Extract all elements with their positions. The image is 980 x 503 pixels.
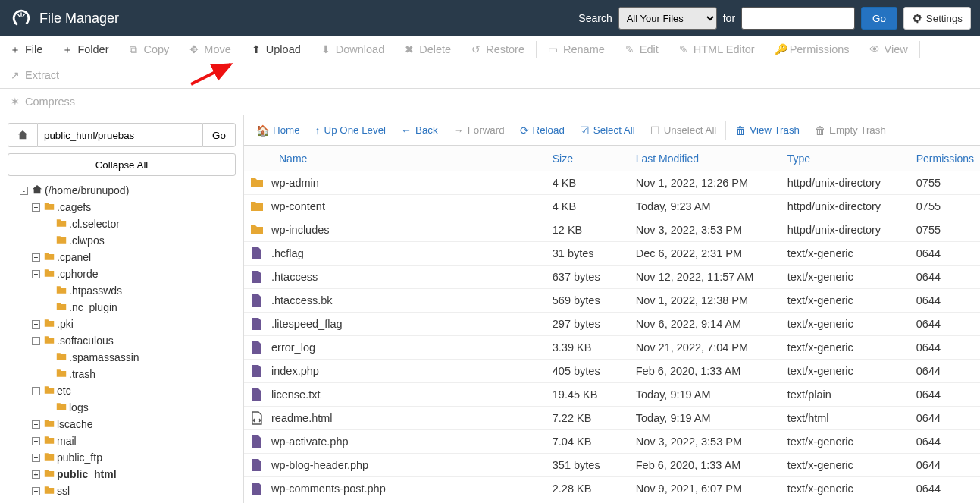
tree-item[interactable]: +.cpanel bbox=[9, 249, 236, 266]
table-row[interactable]: error_log3.39 KBNov 21, 2022, 7:04 PMtex… bbox=[244, 336, 980, 360]
nav-back-button[interactable]: ←Back bbox=[393, 115, 446, 146]
table-row[interactable]: .hcflag31 bytesDec 6, 2022, 2:31 PMtext/… bbox=[244, 242, 980, 266]
view-button[interactable]: 👁View bbox=[859, 36, 918, 62]
new-file-button[interactable]: ＋File bbox=[0, 36, 52, 62]
empty-trash-button[interactable]: 🗑Empty Trash bbox=[807, 115, 894, 146]
table-row[interactable]: .htaccess637 bytesNov 12, 2022, 11:57 AM… bbox=[244, 266, 980, 289]
tree-expander-icon[interactable]: + bbox=[32, 270, 40, 278]
tree-expander-icon[interactable]: + bbox=[32, 454, 40, 462]
edit-button[interactable]: ✎Edit bbox=[615, 36, 668, 62]
tree-expander-icon[interactable]: + bbox=[32, 320, 40, 329]
table-row[interactable]: license.txt19.45 KBToday, 9:19 AMtext/pl… bbox=[244, 383, 980, 407]
table-row[interactable]: index.php405 bytesFeb 6, 2020, 1:33 AMte… bbox=[244, 360, 980, 383]
path-input[interactable] bbox=[38, 123, 202, 147]
tree-item[interactable]: .htpasswds bbox=[9, 282, 236, 299]
table-row[interactable]: wp-admin4 KBNov 1, 2022, 12:26 PMhttpd/u… bbox=[244, 171, 980, 195]
tree-item[interactable]: +.softaculous bbox=[9, 332, 236, 349]
app-logo: File Manager bbox=[11, 8, 119, 29]
search-input[interactable] bbox=[741, 7, 855, 30]
table-row[interactable]: wp-comments-post.php2.28 KBNov 9, 2021, … bbox=[244, 477, 980, 501]
col-header-type[interactable]: Type bbox=[781, 146, 910, 171]
move-button[interactable]: ✥Move bbox=[179, 36, 240, 62]
reload-button[interactable]: ⟳Reload bbox=[512, 115, 572, 146]
svg-point-0 bbox=[11, 8, 32, 29]
tree-expander-icon[interactable]: + bbox=[32, 487, 40, 495]
view-trash-button[interactable]: 🗑View Trash bbox=[728, 115, 807, 146]
col-header-size[interactable]: Size bbox=[546, 146, 630, 171]
tree-item[interactable]: +.cphorde bbox=[9, 266, 236, 282]
tree-item[interactable]: +ssl bbox=[9, 483, 236, 499]
table-row[interactable]: wp-activate.php7.04 KBNov 3, 2022, 3:53 … bbox=[244, 430, 980, 454]
html-editor-icon: ✎ bbox=[678, 44, 689, 55]
table-row[interactable]: .htaccess.bk569 bytesNov 1, 2022, 12:38 … bbox=[244, 289, 980, 313]
tree-item[interactable]: .spamassassin bbox=[9, 349, 236, 366]
tree-item[interactable]: -(/home/brunupod) bbox=[9, 182, 236, 199]
tree-expander-icon[interactable]: + bbox=[32, 203, 40, 212]
file-table-wrapper[interactable]: Name Size Last Modified Type Permissions… bbox=[244, 146, 980, 503]
gear-icon bbox=[912, 13, 922, 24]
unselect-all-button[interactable]: ☐Unselect All bbox=[643, 115, 725, 146]
tree-item[interactable]: logs bbox=[9, 399, 236, 416]
html-editor-button[interactable]: ✎HTML Editor bbox=[668, 36, 765, 62]
tree-expander-icon[interactable]: + bbox=[32, 253, 40, 262]
table-row[interactable]: .litespeed_flag297 bytesNov 6, 2022, 9:1… bbox=[244, 313, 980, 336]
tree-item[interactable]: +tmp bbox=[9, 499, 236, 503]
nav-home-button[interactable]: 🏠Home bbox=[249, 115, 308, 146]
col-header-modified[interactable]: Last Modified bbox=[630, 146, 781, 171]
tree-expander-icon[interactable]: + bbox=[32, 437, 40, 445]
plus-icon: ＋ bbox=[62, 44, 73, 55]
file-name: wp-admin bbox=[271, 177, 319, 189]
restore-button[interactable]: ↺Restore bbox=[461, 36, 534, 62]
tree-item[interactable]: +public_ftp bbox=[9, 449, 236, 466]
copy-button[interactable]: ⧉Copy bbox=[118, 36, 179, 62]
path-go-button[interactable]: Go bbox=[202, 123, 236, 147]
home-button[interactable] bbox=[8, 123, 38, 147]
file-type: text/x-generic bbox=[781, 360, 910, 383]
tree-expander-icon[interactable]: + bbox=[32, 387, 40, 395]
tree-item[interactable]: +.cagefs bbox=[9, 199, 236, 215]
tree-item-label: .pki bbox=[57, 318, 74, 330]
tree-item[interactable]: .clwpos bbox=[9, 232, 236, 249]
download-button[interactable]: ⬇Download bbox=[311, 36, 395, 62]
file-icon bbox=[250, 341, 264, 354]
tree-item[interactable]: .cl.selector bbox=[9, 215, 236, 232]
tree-expander-icon[interactable]: + bbox=[32, 470, 40, 479]
tree-item[interactable]: +mail bbox=[9, 432, 236, 449]
tree-item[interactable]: +etc bbox=[9, 382, 236, 399]
nav-up-button[interactable]: ↑Up One Level bbox=[308, 115, 394, 146]
collapse-all-button[interactable]: Collapse All bbox=[8, 153, 236, 176]
tree-item[interactable]: +.pki bbox=[9, 316, 236, 332]
tree-item-label: public_ftp bbox=[57, 451, 102, 464]
tree-item[interactable]: +lscache bbox=[9, 416, 236, 432]
file-type: text/x-generic bbox=[781, 454, 910, 477]
delete-button[interactable]: ✖Delete bbox=[394, 36, 461, 62]
folder-icon bbox=[44, 451, 55, 464]
file-name: .htaccess.bk bbox=[271, 294, 333, 307]
file-modified: Nov 3, 2022, 3:53 PM bbox=[630, 430, 781, 454]
col-header-permissions[interactable]: Permissions bbox=[910, 146, 980, 171]
upload-button[interactable]: ⬆Upload bbox=[241, 36, 311, 62]
col-header-name[interactable]: Name bbox=[244, 146, 546, 171]
tree-item[interactable]: .trash bbox=[9, 366, 236, 382]
extract-button[interactable]: ↗Extract bbox=[0, 62, 69, 88]
settings-button[interactable]: Settings bbox=[903, 7, 971, 30]
tree-expander-icon[interactable]: + bbox=[32, 420, 40, 429]
search-go-button[interactable]: Go bbox=[861, 7, 897, 30]
tree-expander-icon[interactable]: - bbox=[20, 187, 28, 195]
tree-item-label: mail bbox=[57, 435, 77, 447]
tree-item[interactable]: .nc_plugin bbox=[9, 299, 236, 316]
search-scope-select[interactable]: All Your Files bbox=[618, 7, 717, 30]
table-row[interactable]: wp-includes12 KBNov 3, 2022, 3:53 PMhttp… bbox=[244, 218, 980, 242]
new-folder-button[interactable]: ＋Folder bbox=[52, 36, 118, 62]
select-all-button[interactable]: ☑Select All bbox=[572, 115, 643, 146]
nav-forward-button[interactable]: →Forward bbox=[446, 115, 512, 146]
folder-icon bbox=[44, 318, 55, 331]
table-row[interactable]: wp-content4 KBToday, 9:23 AMhttpd/unix-d… bbox=[244, 195, 980, 218]
table-row[interactable]: readme.html7.22 KBToday, 9:19 AMtext/htm… bbox=[244, 407, 980, 430]
tree-item[interactable]: +public_html bbox=[9, 466, 236, 483]
rename-button[interactable]: ▭Rename bbox=[538, 36, 615, 62]
tree-expander-icon[interactable]: + bbox=[32, 337, 40, 345]
permissions-button[interactable]: 🔑Permissions bbox=[765, 36, 859, 62]
table-row[interactable]: wp-blog-header.php351 bytesFeb 6, 2020, … bbox=[244, 454, 980, 477]
compress-button[interactable]: ✶Compress bbox=[0, 89, 85, 115]
